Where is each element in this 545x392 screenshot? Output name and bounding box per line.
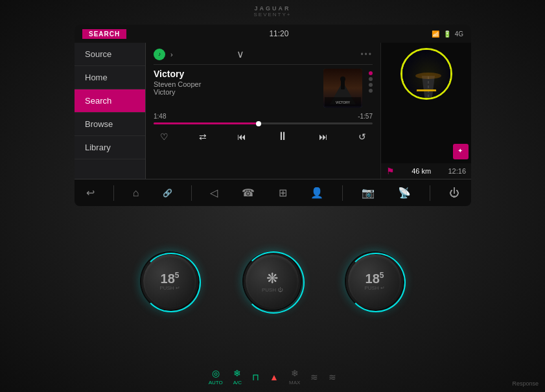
jaguar-brand: JAGUAR SEVENTY+ (253, 5, 291, 17)
track-artist: Steven Cooper (154, 80, 317, 88)
network-label: 4G (455, 30, 463, 38)
auto-icon: ◎ (212, 368, 220, 378)
track-title: Victory (154, 69, 317, 79)
right-temp-display: 185 (365, 271, 384, 285)
time-row: 1:48 -1:57 (154, 113, 373, 120)
grid-toolbar-btn[interactable]: ⊞ (273, 184, 292, 202)
source-row: ♪ › ∨ ••• (154, 48, 373, 65)
fan-icon: ❋ (266, 270, 278, 287)
center-fan-knob-container: ❋ PUSH ⏻ (244, 253, 301, 310)
search-label: SEARCH (82, 29, 126, 39)
back-toolbar-btn[interactable]: ↩ (81, 184, 100, 202)
nav-road-visual (402, 50, 450, 98)
heat-front-btn[interactable]: ≋ (310, 372, 318, 382)
album-art: VICTORY (323, 69, 362, 108)
center-fan-knob[interactable]: ❋ PUSH ⏻ (244, 253, 301, 310)
nav-home[interactable]: Home (75, 66, 145, 89)
dot-3 (369, 83, 373, 87)
toolbar-divider-2 (191, 185, 192, 201)
dot-2 (369, 77, 373, 81)
toolbar-divider-4 (430, 185, 430, 201)
source-arrow: › (170, 51, 173, 58)
progress-handle (256, 121, 261, 126)
nav-waypoint-icon: ✦ (453, 144, 469, 159)
album-art-inner: VICTORY (323, 69, 362, 108)
nav-circle (400, 48, 452, 100)
right-temp-knob-container: 185 PUSH ↵ (346, 253, 403, 310)
time-elapsed: 1:48 (154, 113, 166, 120)
track-album: Victory (154, 88, 317, 96)
infotainment-screen: SEARCH 11:20 📶 🔋 4G Source Home Search B… (75, 25, 471, 206)
playback-controls: ♡ ⇄ ⏮ ⏸ ⏭ ↺ (154, 130, 373, 143)
svg-rect-2 (341, 80, 345, 89)
nav-panel: ✦ ⚑ 46 km 12:16 (380, 43, 471, 179)
track-info: Victory Steven Cooper Victory (154, 69, 317, 96)
knobs-row: 185 PUSH ↵ ❋ PUSH ⏻ 185 (141, 253, 403, 310)
track-area: Victory Steven Cooper Victory (154, 69, 373, 108)
ac-icon: ❄ (233, 368, 241, 378)
max-icon: ❄ (291, 368, 299, 378)
music-content: ♪ › ∨ ••• Victory Steven Cooper Victory (146, 43, 380, 179)
next-button[interactable]: ⏭ (319, 132, 328, 142)
nav-browse[interactable]: Browse (75, 113, 145, 136)
auto-btn[interactable]: ◎ AUTO (209, 368, 223, 386)
pause-button[interactable]: ⏸ (277, 130, 288, 143)
source-chevron-down[interactable]: ∨ (237, 48, 244, 60)
signal-icon: 📶 (432, 30, 439, 38)
status-bar: SEARCH 11:20 📶 🔋 4G (75, 25, 471, 43)
nav-search[interactable]: Search (75, 89, 145, 113)
camera-toolbar-btn[interactable]: 📷 (356, 184, 380, 202)
more-options[interactable]: ••• (360, 50, 373, 59)
watermark: Response (512, 380, 539, 387)
shuffle-button[interactable]: ⇄ (199, 132, 207, 142)
dot-4 (369, 89, 373, 93)
climate-buttons-row: ◎ AUTO ❄ A/C ⊓ ▲ ❄ MAX ≋ ≋ (209, 368, 337, 386)
svg-text:VICTORY: VICTORY (336, 100, 351, 104)
heat-rear-btn[interactable]: ≋ (329, 372, 336, 382)
nav-library[interactable]: Library (75, 136, 145, 159)
phone-toolbar-btn[interactable]: ☎ (237, 184, 260, 202)
max-label: MAX (289, 380, 300, 386)
clock: 11:20 (269, 29, 288, 38)
power-toolbar-btn[interactable]: ⏻ (444, 185, 465, 202)
defrost-icon: ⊓ (252, 372, 259, 382)
center-knob-push: PUSH ⏻ (262, 287, 283, 293)
progress-section: 1:48 -1:57 (154, 113, 373, 124)
defrost-btn[interactable]: ⊓ (252, 372, 259, 382)
progress-bar[interactable] (154, 122, 373, 124)
ac-btn[interactable]: ❄ A/C (233, 368, 242, 386)
like-button[interactable]: ♡ (160, 132, 168, 142)
hazard-icon: ▲ (270, 372, 279, 382)
battery-icon: 🔋 (443, 30, 451, 38)
status-icons: 📶 🔋 4G (432, 30, 463, 38)
home-toolbar-btn[interactable]: ⌂ (128, 185, 145, 202)
prev-button[interactable]: ⏮ (237, 132, 246, 142)
svg-point-9 (415, 73, 441, 79)
svg-point-3 (340, 76, 345, 82)
right-temp-knob[interactable]: 185 PUSH ↵ (346, 253, 403, 310)
bottom-toolbar: ↩ ⌂ 🔗 ◁ ☎ ⊞ 👤 📷 📡 ⏻ (75, 179, 471, 206)
auto-label: AUTO (209, 380, 223, 386)
main-content: Source Home Search Browse Library ♪ › ∨ … (75, 43, 471, 179)
max-btn[interactable]: ❄ MAX (289, 368, 300, 386)
progress-fill (154, 122, 259, 124)
bluetooth-toolbar-btn[interactable]: 🔗 (157, 186, 178, 200)
nav-source[interactable]: Source (75, 43, 145, 66)
status-dots (369, 69, 373, 93)
heat-rear-icon: ≋ (329, 372, 336, 382)
repeat-button[interactable]: ↺ (358, 132, 366, 142)
jaguar-subtitle: SEVENTY+ (253, 12, 291, 17)
right-knob-push: PUSH ↵ (364, 285, 384, 291)
left-temp-display: 185 (161, 271, 180, 285)
time-remaining: -1:57 (358, 113, 373, 120)
jaguar-brand-text: JAGUAR (253, 5, 291, 12)
profile-toolbar-btn[interactable]: 👤 (305, 184, 329, 202)
spotify-icon: ♪ (154, 49, 165, 60)
left-knob-push: PUSH ↵ (159, 285, 180, 291)
wireless-toolbar-btn[interactable]: 📡 (393, 184, 416, 202)
ac-label: A/C (233, 380, 242, 386)
hazard-btn[interactable]: ▲ (270, 372, 279, 382)
left-temp-knob[interactable]: 185 PUSH ↵ (141, 253, 198, 310)
dot-1 (369, 71, 373, 75)
nav-toolbar-btn[interactable]: ◁ (205, 184, 223, 202)
